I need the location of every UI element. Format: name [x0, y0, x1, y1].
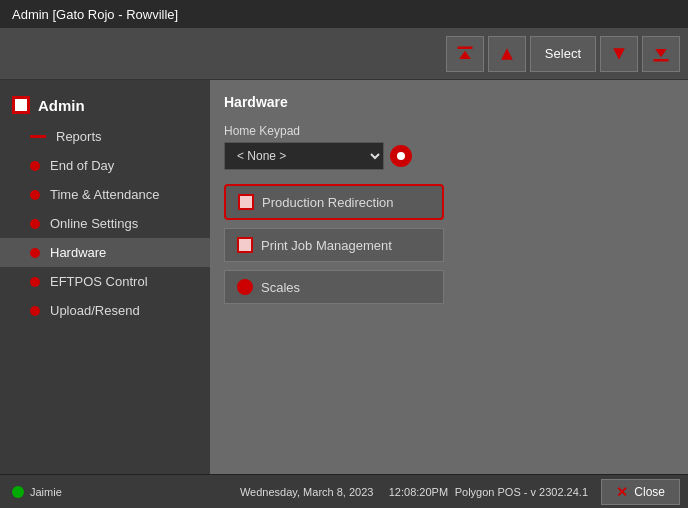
hardware-label: Hardware — [50, 245, 198, 260]
content-title: Hardware — [224, 94, 674, 110]
svg-rect-5 — [654, 59, 669, 62]
sidebar-item-hardware[interactable]: Hardware — [0, 238, 210, 267]
sidebar-item-online-settings[interactable]: Online Settings — [0, 209, 210, 238]
print-job-label: Print Job Management — [261, 238, 392, 253]
sidebar-item-time-attendance[interactable]: Time & Attendance — [0, 180, 210, 209]
sidebar-header: Admin — [0, 88, 210, 122]
close-button[interactable]: ✕ Close — [601, 479, 680, 505]
sidebar: Admin Reports End of Day Time & Attendan… — [0, 80, 210, 474]
sidebar-item-eftpos[interactable]: EFTPOS Control — [0, 267, 210, 296]
svg-marker-3 — [613, 48, 625, 60]
close-label: Close — [634, 485, 665, 499]
home-keypad-select[interactable]: < None > — [224, 142, 384, 170]
toolbar: Select — [0, 28, 688, 80]
footer-user: Jaimie — [12, 486, 62, 498]
time-attendance-icon — [30, 190, 40, 200]
online-settings-label: Online Settings — [50, 216, 198, 231]
upload-resend-label: Upload/Resend — [50, 303, 198, 318]
menu-item-production-redirection[interactable]: Production Redirection — [224, 184, 444, 220]
username: Jaimie — [30, 486, 62, 498]
production-redirection-icon — [238, 194, 254, 210]
reports-icon — [30, 135, 46, 138]
scales-label: Scales — [261, 280, 300, 295]
svg-marker-4 — [655, 49, 667, 57]
reports-label: Reports — [56, 129, 198, 144]
sidebar-item-reports[interactable]: Reports — [0, 122, 210, 151]
content-area: Hardware Home Keypad < None > Production… — [210, 80, 688, 474]
sidebar-header-label: Admin — [38, 97, 85, 114]
scales-icon — [237, 279, 253, 295]
title-bar-label: Admin [Gato Rojo - Rowville] — [12, 7, 178, 22]
home-keypad-group: Home Keypad < None > — [224, 124, 674, 170]
time-attendance-label: Time & Attendance — [50, 187, 198, 202]
main-layout: Admin Reports End of Day Time & Attendan… — [0, 80, 688, 474]
production-redirection-label: Production Redirection — [262, 195, 394, 210]
footer-datetime: Wednesday, March 8, 2023 12:08:20PM — [240, 486, 448, 498]
eftpos-icon — [30, 277, 40, 287]
menu-item-print-job-management[interactable]: Print Job Management — [224, 228, 444, 262]
svg-marker-2 — [501, 48, 513, 60]
home-keypad-row: < None > — [224, 142, 674, 170]
print-job-icon — [237, 237, 253, 253]
close-icon: ✕ — [616, 484, 628, 500]
move-bottom-button[interactable] — [642, 36, 680, 72]
menu-item-scales[interactable]: Scales — [224, 270, 444, 304]
select-button[interactable]: Select — [530, 36, 596, 72]
sidebar-item-upload-resend[interactable]: Upload/Resend — [0, 296, 210, 325]
title-bar: Admin [Gato Rojo - Rowville] — [0, 0, 688, 28]
online-settings-icon — [30, 219, 40, 229]
eftpos-label: EFTPOS Control — [50, 274, 198, 289]
move-top-button[interactable] — [446, 36, 484, 72]
svg-rect-6 — [15, 99, 27, 111]
svg-rect-9 — [239, 239, 251, 251]
footer-version: Polygon POS - v 2302.24.1 — [455, 486, 588, 498]
user-status-dot — [12, 486, 24, 498]
upload-resend-icon — [30, 306, 40, 316]
hardware-icon — [30, 248, 40, 258]
svg-rect-0 — [457, 46, 472, 49]
svg-point-7 — [397, 152, 405, 160]
move-up-button[interactable] — [488, 36, 526, 72]
admin-icon — [12, 96, 30, 114]
end-of-day-label: End of Day — [50, 158, 198, 173]
svg-marker-1 — [459, 50, 471, 58]
move-down-button[interactable] — [600, 36, 638, 72]
svg-rect-8 — [240, 196, 252, 208]
home-keypad-label: Home Keypad — [224, 124, 674, 138]
home-keypad-action-button[interactable] — [390, 145, 412, 167]
footer: Jaimie Wednesday, March 8, 2023 12:08:20… — [0, 474, 688, 508]
end-of-day-icon — [30, 161, 40, 171]
sidebar-item-end-of-day[interactable]: End of Day — [0, 151, 210, 180]
